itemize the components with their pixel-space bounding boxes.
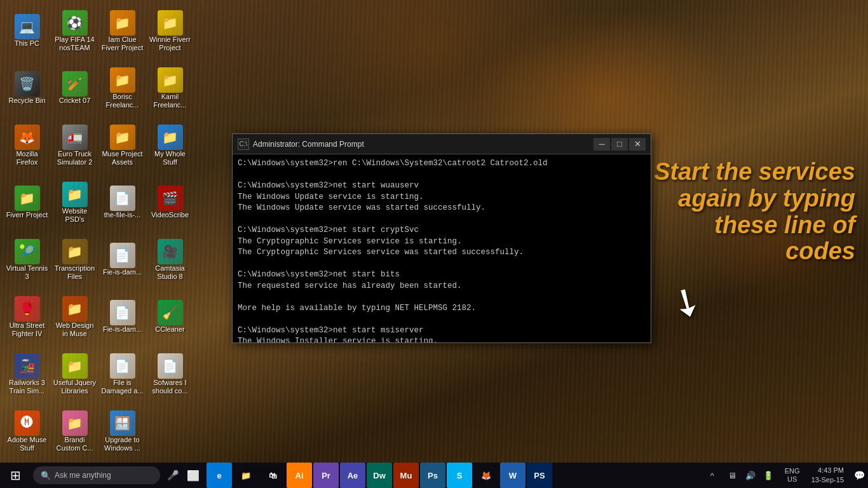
- icon-image-softwares-i: 📄: [158, 353, 183, 379]
- cmd-window[interactable]: C:\ Administrator: Command Prompt ─ □ ✕ …: [232, 133, 651, 343]
- lang-text: ENG: [785, 467, 800, 475]
- desktop-icon-recycle-bin[interactable]: 🗑️ Recycle Bin: [3, 60, 51, 116]
- desktop-icon-play-fifa[interactable]: ⚽ Play FIFA 14 nosTEAM: [51, 3, 98, 59]
- desktop-icon-railworks3[interactable]: 🚂 Railworks 3 Train Sim...: [3, 346, 51, 402]
- desktop-icon-transcription-files[interactable]: 📁 Transcription Files: [51, 232, 98, 288]
- icon-image-videoscribe: 🎬: [158, 186, 183, 211]
- icon-label-recycle-bin: Recycle Bin: [8, 97, 45, 105]
- taskbar-app-store[interactable]: 🛍: [260, 463, 285, 488]
- desktop-icon-fie-is-dam3[interactable]: 📄 Fie-is-dam...: [98, 289, 146, 345]
- desktop-icon-borisc-freelance[interactable]: 📁 Borisc Freelanc...: [98, 60, 146, 116]
- desktop-icon-iam-clue[interactable]: 📁 Iam Clue Fiverr Project: [98, 3, 146, 59]
- desktop-icon-muse-project[interactable]: 📁 Muse Project Assets: [98, 118, 146, 173]
- desktop-icon-file-is-damaged[interactable]: 📄 File is Damaged a...: [98, 346, 146, 402]
- icon-image-camtasia: 🎥: [158, 239, 183, 264]
- desktop-icon-cricket-07[interactable]: 🏏 Cricket 07: [51, 60, 98, 116]
- taskbar-app-muse-tb[interactable]: Mu: [393, 463, 419, 488]
- clock[interactable]: 4:43 PM 13-Sep-15: [805, 463, 850, 488]
- icon-label-play-fifa: Play FIFA 14 nosTEAM: [55, 36, 94, 52]
- desktop-icon-jquery-libraries[interactable]: 📁 Useful Jquery Libraries: [51, 346, 98, 402]
- icon-label-upgrade-windows: Upgrade to Windows ...: [104, 436, 140, 452]
- start-button[interactable]: ⊞: [0, 463, 31, 488]
- taskbar-app-explorer[interactable]: 📁: [233, 463, 259, 488]
- taskbar-app-skype[interactable]: S: [447, 463, 472, 488]
- overlay-text: Start the services again by typing these…: [652, 159, 855, 265]
- icon-label-railworks3: Railworks 3 Train Sim...: [9, 379, 45, 395]
- desktop-icon-euro-truck[interactable]: 🚛 Euro Truck Simulator 2: [51, 118, 98, 173]
- desktop-icon-web-design-muse[interactable]: 📁 Web Design in Muse: [51, 289, 98, 345]
- icon-label-ccleaner: CCleaner: [155, 325, 184, 334]
- icon-label-iam-clue: Iam Clue Fiverr Project: [102, 36, 143, 52]
- desktop-icon-fiverr-project[interactable]: 📁 Fiverr Project: [3, 175, 51, 231]
- icon-label-file-is-damaged: File is Damaged a...: [101, 379, 143, 395]
- desktop-icon-upgrade-windows[interactable]: 🪟 Upgrade to Windows ...: [98, 403, 146, 459]
- icon-image-play-fifa: ⚽: [62, 10, 88, 36]
- desktop-icon-winnie-fiverr[interactable]: 📁 Winnie Fiverr Project: [146, 3, 194, 59]
- icon-image-borisc-freelance: 📁: [110, 67, 135, 93]
- icon-label-kamil-freelance: Kamil Freelanc...: [154, 93, 187, 109]
- taskbar-apps: e📁🛍AiPrAeDwMuPsS🦊WPS: [206, 463, 553, 488]
- language-indicator[interactable]: ENG US: [780, 463, 805, 488]
- icon-image-kamil-freelance: 📁: [158, 67, 183, 93]
- network-icon[interactable]: 🖥: [724, 463, 742, 488]
- taskbar-app-edge[interactable]: e: [207, 463, 232, 488]
- volume-icon[interactable]: 🔊: [742, 463, 759, 488]
- desktop-icon-ccleaner[interactable]: 🧹 CCleaner: [146, 289, 194, 345]
- task-view-button[interactable]: ⬜: [183, 463, 203, 488]
- desktop-icon-mozilla-firefox[interactable]: 🦊 Mozilla Firefox: [3, 118, 51, 173]
- icon-image-my-whole-stuff: 📁: [158, 125, 183, 150]
- desktop-icon-videoscribe[interactable]: 🎬 VideoScribe: [146, 175, 194, 231]
- taskbar-app-illustrator[interactable]: Ai: [287, 463, 312, 488]
- taskbar: ⊞ 🔍 Ask me anything 🎤 ⬜ e📁🛍AiPrAeDwMuPsS…: [0, 463, 868, 488]
- show-hidden-icons[interactable]: ^: [703, 463, 721, 488]
- desktop-icon-softwares-i[interactable]: 📄 Sofwares I should co...: [146, 346, 194, 402]
- desktop-icon-ultra-street[interactable]: 🥊 Ultra Street Fighter IV: [3, 289, 51, 345]
- notification-center[interactable]: 💬: [850, 463, 868, 488]
- desktop-icon-virtual-tennis[interactable]: 🎾 Virtual Tennis 3: [3, 232, 51, 288]
- icon-label-website-psds: Website PSD's: [62, 207, 88, 224]
- desktop-icon-website-psds[interactable]: 📁 Website PSD's: [51, 175, 98, 231]
- cortana-mic[interactable]: 🎤: [163, 463, 183, 488]
- icon-image-virtual-tennis: 🎾: [15, 239, 40, 264]
- desktop-icon-fie-is-dam2[interactable]: 📄 Fie-is-dam...: [98, 232, 146, 288]
- icon-image-adobe-muse: 🅜: [15, 410, 40, 436]
- region-text: US: [787, 475, 797, 484]
- icon-label-winnie-fiverr: Winnie Fiverr Project: [149, 36, 191, 52]
- close-button[interactable]: ✕: [629, 138, 646, 151]
- icon-label-softwares-i: Sofwares I should co...: [152, 379, 187, 395]
- taskbar-app-dreamweaver[interactable]: Dw: [367, 463, 392, 488]
- icon-image-railworks3: 🚂: [15, 353, 40, 379]
- desktop-icon-brandi-custom[interactable]: 📁 Brandi Custom C...: [51, 403, 98, 459]
- icon-image-web-design-muse: 📁: [62, 296, 88, 322]
- taskbar-app-premiere[interactable]: Pr: [313, 463, 339, 488]
- desktop-icon-adobe-muse[interactable]: 🅜 Adobe Muse Stuff: [3, 403, 51, 459]
- taskbar-app-word[interactable]: W: [500, 463, 526, 488]
- desktop: 💻 This PC ⚽ Play FIFA 14 nosTEAM 📁 Iam C…: [0, 0, 868, 488]
- icon-label-virtual-tennis: Virtual Tennis 3: [6, 264, 48, 281]
- desktop-icon-camtasia[interactable]: 🎥 Camtasia Studio 8: [146, 232, 194, 288]
- cmd-titlebar: C:\ Administrator: Command Prompt ─ □ ✕: [233, 134, 651, 154]
- icon-image-muse-project: 📁: [110, 125, 135, 150]
- icon-label-the-file-is: the-file-is-...: [104, 211, 140, 219]
- taskbar-app-photoshop[interactable]: Ps: [420, 463, 445, 488]
- icon-image-ultra-street: 🥊: [15, 296, 40, 322]
- date-display: 13-Sep-15: [811, 475, 844, 485]
- desktop-icon-the-file-is[interactable]: 📄 the-file-is-...: [98, 175, 146, 231]
- cmd-content[interactable]: C:\Windows\system32>ren C:\Windows\Syste…: [233, 154, 651, 342]
- desktop-icon-my-whole-stuff[interactable]: 📁 My Whole Stuff: [146, 118, 194, 173]
- icon-label-fiverr-project: Fiverr Project: [6, 211, 48, 219]
- battery-icon[interactable]: 🔋: [759, 463, 777, 488]
- desktop-icon-kamil-freelance[interactable]: 📁 Kamil Freelanc...: [146, 60, 194, 116]
- taskbar-app-powershell[interactable]: PS: [527, 463, 552, 488]
- maximize-button[interactable]: □: [611, 138, 628, 151]
- icon-image-jquery-libraries: 📁: [62, 353, 88, 379]
- taskbar-app-firefox-tb[interactable]: 🦊: [473, 463, 499, 488]
- icon-label-adobe-muse: Adobe Muse Stuff: [8, 436, 47, 452]
- icon-label-ultra-street: Ultra Street Fighter IV: [10, 322, 45, 338]
- desktop-icon-this-pc[interactable]: 💻 This PC: [3, 3, 51, 59]
- icon-label-brandi-custom: Brandi Custom C...: [56, 436, 93, 452]
- icon-label-mozilla-firefox: Mozilla Firefox: [16, 150, 37, 166]
- taskbar-search[interactable]: 🔍 Ask me anything: [33, 466, 160, 484]
- minimize-button[interactable]: ─: [593, 138, 610, 151]
- taskbar-app-ae[interactable]: Ae: [340, 463, 365, 488]
